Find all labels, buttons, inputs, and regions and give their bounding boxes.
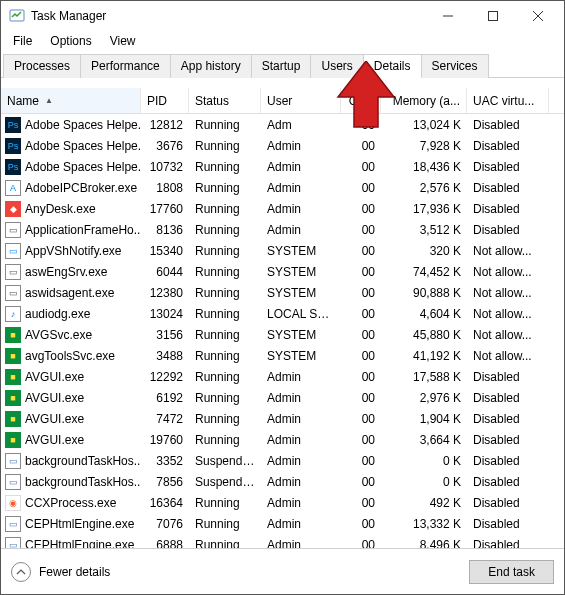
table-row[interactable]: ♪audiodg.exe13024RunningLOCAL SE...004,6…	[1, 303, 564, 324]
process-memory: 320 K	[381, 244, 467, 258]
table-row[interactable]: ■AVGUI.exe6192RunningAdmin002,976 KDisab…	[1, 387, 564, 408]
process-name: Adobe Spaces Helpe...	[25, 160, 141, 174]
menu-file[interactable]: File	[5, 32, 40, 50]
process-cpu: 00	[341, 517, 381, 531]
column-pid[interactable]: PID	[141, 88, 189, 113]
process-cpu: 00	[341, 475, 381, 489]
process-icon: ◉	[5, 495, 21, 511]
table-row[interactable]: ▭backgroundTaskHos...3352SuspendedAdmin0…	[1, 450, 564, 471]
menu-view[interactable]: View	[102, 32, 144, 50]
process-icon: ♪	[5, 306, 21, 322]
column-cpu[interactable]: CPU	[341, 88, 381, 113]
end-task-button[interactable]: End task	[469, 560, 554, 584]
minimize-button[interactable]	[425, 1, 470, 31]
column-name[interactable]: Name ▲	[1, 88, 141, 113]
column-status[interactable]: Status	[189, 88, 261, 113]
process-status: Running	[189, 223, 261, 237]
process-uac: Not allow...	[467, 349, 549, 363]
process-icon: ■	[5, 432, 21, 448]
process-memory: 13,332 K	[381, 517, 467, 531]
process-name: AVGUI.exe	[25, 370, 84, 384]
process-name: Adobe Spaces Helpe...	[25, 118, 141, 132]
process-status: Suspended	[189, 454, 261, 468]
process-icon: A	[5, 180, 21, 196]
process-status: Running	[189, 160, 261, 174]
process-icon: ▭	[5, 453, 21, 469]
table-row[interactable]: ▭backgroundTaskHos...7856SuspendedAdmin0…	[1, 471, 564, 492]
process-list[interactable]: PsAdobe Spaces Helpe...12812RunningAdm00…	[1, 114, 564, 568]
process-cpu: 00	[341, 181, 381, 195]
process-pid: 12812	[141, 118, 189, 132]
table-row[interactable]: ▭ApplicationFrameHo...8136RunningAdmin00…	[1, 219, 564, 240]
process-pid: 12292	[141, 370, 189, 384]
table-row[interactable]: ▭CEPHtmlEngine.exe7076RunningAdmin0013,3…	[1, 513, 564, 534]
tab-services[interactable]: Services	[421, 54, 489, 78]
process-name: aswidsagent.exe	[25, 286, 114, 300]
column-name-label: Name	[7, 94, 39, 108]
process-name: AVGSvc.exe	[25, 328, 92, 342]
process-pid: 13024	[141, 307, 189, 321]
tab-performance[interactable]: Performance	[80, 54, 171, 78]
process-pid: 1808	[141, 181, 189, 195]
table-row[interactable]: ◆AnyDesk.exe17760RunningAdmin0017,936 KD…	[1, 198, 564, 219]
process-name: ApplicationFrameHo...	[25, 223, 141, 237]
table-row[interactable]: ■AVGUI.exe19760RunningAdmin003,664 KDisa…	[1, 429, 564, 450]
process-icon: Ps	[5, 117, 21, 133]
process-cpu: 00	[341, 139, 381, 153]
process-status: Running	[189, 202, 261, 216]
process-memory: 4,604 K	[381, 307, 467, 321]
process-uac: Disabled	[467, 454, 549, 468]
process-icon: ▭	[5, 243, 21, 259]
process-user: SYSTEM	[261, 349, 341, 363]
process-name: AnyDesk.exe	[25, 202, 96, 216]
task-manager-icon	[9, 8, 25, 24]
tab-users[interactable]: Users	[310, 54, 363, 78]
process-name: avgToolsSvc.exe	[25, 349, 115, 363]
process-name: AdobeIPCBroker.exe	[25, 181, 137, 195]
table-row[interactable]: ▭aswEngSrv.exe6044RunningSYSTEM0074,452 …	[1, 261, 564, 282]
process-pid: 15340	[141, 244, 189, 258]
process-cpu: 00	[341, 307, 381, 321]
process-pid: 3676	[141, 139, 189, 153]
menu-bar: File Options View	[1, 31, 564, 51]
table-row[interactable]: PsAdobe Spaces Helpe...10732RunningAdmin…	[1, 156, 564, 177]
maximize-button[interactable]	[470, 1, 515, 31]
process-icon: ▭	[5, 285, 21, 301]
process-user: Admin	[261, 202, 341, 216]
process-pid: 17760	[141, 202, 189, 216]
process-uac: Disabled	[467, 202, 549, 216]
process-memory: 0 K	[381, 475, 467, 489]
svg-rect-2	[488, 12, 497, 21]
tab-details[interactable]: Details	[363, 54, 422, 78]
process-pid: 19760	[141, 433, 189, 447]
process-memory: 3,664 K	[381, 433, 467, 447]
column-user[interactable]: User	[261, 88, 341, 113]
tab-app-history[interactable]: App history	[170, 54, 252, 78]
process-cpu: 00	[341, 118, 381, 132]
table-row[interactable]: PsAdobe Spaces Helpe...12812RunningAdm00…	[1, 114, 564, 135]
process-name: AVGUI.exe	[25, 412, 84, 426]
table-row[interactable]: ▭aswidsagent.exe12380RunningSYSTEM0090,8…	[1, 282, 564, 303]
process-pid: 12380	[141, 286, 189, 300]
tab-startup[interactable]: Startup	[251, 54, 312, 78]
menu-options[interactable]: Options	[42, 32, 99, 50]
process-uac: Not allow...	[467, 328, 549, 342]
table-row[interactable]: PsAdobe Spaces Helpe...3676RunningAdmin0…	[1, 135, 564, 156]
table-row[interactable]: ■AVGSvc.exe3156RunningSYSTEM0045,880 KNo…	[1, 324, 564, 345]
process-memory: 7,928 K	[381, 139, 467, 153]
fewer-details-button[interactable]: Fewer details	[11, 562, 110, 582]
table-row[interactable]: ▭AppVShNotify.exe15340RunningSYSTEM00320…	[1, 240, 564, 261]
table-row[interactable]: ■AVGUI.exe7472RunningAdmin001,904 KDisab…	[1, 408, 564, 429]
close-button[interactable]	[515, 1, 560, 31]
table-row[interactable]: ■AVGUI.exe12292RunningAdmin0017,588 KDis…	[1, 366, 564, 387]
table-row[interactable]: AAdobeIPCBroker.exe1808RunningAdmin002,5…	[1, 177, 564, 198]
column-uac[interactable]: UAC virtu...	[467, 88, 549, 113]
process-pid: 3352	[141, 454, 189, 468]
process-status: Running	[189, 433, 261, 447]
column-memory[interactable]: Memory (a...	[381, 88, 467, 113]
process-uac: Disabled	[467, 118, 549, 132]
table-row[interactable]: ■avgToolsSvc.exe3488RunningSYSTEM0041,19…	[1, 345, 564, 366]
tab-processes[interactable]: Processes	[3, 54, 81, 78]
process-status: Running	[189, 328, 261, 342]
table-row[interactable]: ◉CCXProcess.exe16364RunningAdmin00492 KD…	[1, 492, 564, 513]
